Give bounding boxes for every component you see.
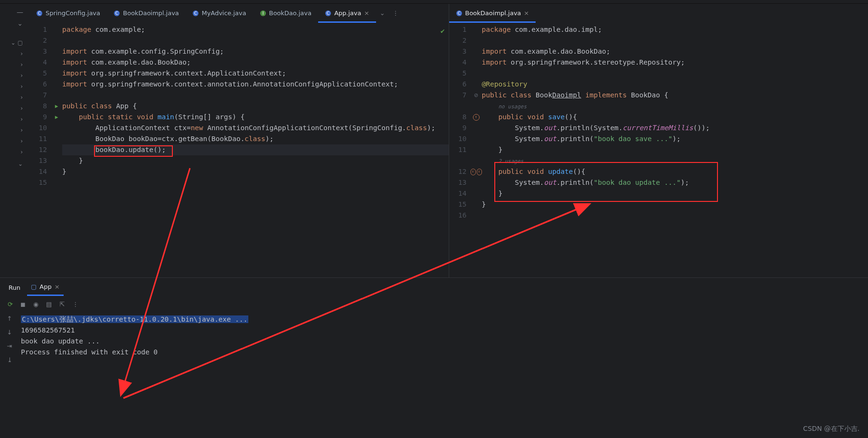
tab-bookdaoimpl[interactable]: CBookDaoimpl.java — [107, 4, 186, 23]
run-panel: Run ▢ App × ⟳ ◼ ◉ ▤ ⇱ ⋮ ↑ ↓ ⇥ ⤓ C:\Users… — [0, 277, 868, 438]
console-line: book dao update ... — [21, 336, 868, 347]
tree-node[interactable]: › — [20, 81, 23, 92]
tree-node[interactable]: › — [20, 103, 23, 114]
collapse-icon[interactable]: ⌄ — [15, 18, 25, 29]
run-gutter-icon[interactable]: ▶ — [55, 112, 58, 123]
editor-right: CBookDaoimpl.java× 123456789101112131415… — [449, 4, 868, 277]
tree-node[interactable]: › — [20, 124, 23, 135]
layout-icon[interactable]: ▤ — [46, 301, 52, 308]
tree-expand-icon[interactable]: ⌄ ▢ — [11, 37, 23, 48]
code-area-left[interactable]: 123456789101112131415 ▶ ▶ package com.ex… — [29, 23, 449, 277]
tree-node[interactable]: › — [20, 92, 23, 103]
svg-text:C: C — [194, 11, 197, 16]
tab-bar-left: CSpringConfig.java CBookDaoimpl.java CMy… — [29, 4, 449, 23]
tab-chevron-icon[interactable]: ⌄ — [376, 10, 389, 17]
inspection-ok-icon[interactable]: ✔ — [441, 26, 445, 37]
up-icon[interactable]: ↑ — [7, 315, 12, 322]
down-icon[interactable]: ↓ — [7, 329, 12, 336]
tab-myadvice[interactable]: CMyAdvice.java — [186, 4, 253, 23]
svg-text:C: C — [38, 11, 41, 16]
svg-text:C: C — [327, 11, 330, 16]
tab-more-icon[interactable]: ⋮ — [389, 10, 403, 17]
stop-icon[interactable]: ◼ — [20, 301, 26, 308]
close-icon[interactable]: × — [55, 283, 60, 290]
scroll-end-icon[interactable]: ⤓ — [7, 356, 12, 363]
tab-bookdaoimpl-right[interactable]: CBookDaoimpl.java× — [449, 4, 536, 23]
tree-node[interactable]: › — [20, 48, 23, 59]
code-lines[interactable]: package com.example.dao.impl; import com… — [482, 23, 868, 277]
console-line: C:\Users\张喆\.jdks\corretto-11.0.20.1\bin… — [21, 315, 248, 323]
camera-icon[interactable]: ◉ — [33, 301, 38, 308]
svg-text:I: I — [262, 11, 264, 16]
console-output[interactable]: C:\Users\张喆\.jdks\corretto-11.0.20.1\bin… — [19, 311, 868, 438]
console-line: Process finished with exit code 0 — [21, 347, 868, 358]
close-icon[interactable]: × — [364, 10, 369, 17]
tree-node[interactable]: › — [20, 59, 23, 70]
no-bean-icon[interactable]: ⊘ — [474, 90, 478, 101]
run-side-controls: ↑ ↓ ⇥ ⤓ — [0, 311, 19, 438]
tree-node[interactable]: › — [20, 70, 23, 81]
more-icon[interactable]: ⋮ — [72, 301, 78, 308]
watermark: CSDN @在下小吉. — [803, 425, 859, 433]
run-gutter-icon[interactable]: ▶ — [55, 101, 58, 112]
run-config-icon: ▢ — [31, 283, 37, 290]
run-toolbar: ⟳ ◼ ◉ ▤ ⇱ ⋮ — [0, 297, 868, 311]
tab-springconfig[interactable]: CSpringConfig.java — [29, 4, 107, 23]
line-numbers: 123456789101112131415 — [29, 23, 51, 277]
console-line: 1696582567521 — [21, 325, 868, 336]
export-icon[interactable]: ⇱ — [59, 301, 65, 308]
override-icon[interactable]: ↑ — [473, 114, 480, 121]
run-label: Run — [9, 284, 20, 291]
project-tool-gutter[interactable]: — ⌄ ⌄ ▢ › › › › › › › › › › ⌄ — [0, 4, 29, 277]
rerun-icon[interactable]: ⟳ — [8, 301, 13, 308]
svg-text:C: C — [457, 11, 460, 16]
tab-app[interactable]: CApp.java× — [318, 4, 376, 23]
run-tab-bar: Run ▢ App × — [0, 278, 868, 297]
tab-bar-right: CBookDaoimpl.java× — [449, 4, 868, 23]
svg-text:C: C — [115, 11, 118, 16]
run-tab-app[interactable]: ▢ App × — [27, 279, 64, 296]
tree-node[interactable]: › — [20, 135, 23, 146]
tree-node[interactable]: › — [20, 146, 23, 157]
override-icon[interactable]: ↑ — [477, 169, 482, 175]
tab-bookdao[interactable]: IBookDao.java — [253, 4, 318, 23]
tree-collapse-icon[interactable]: ⌄ — [18, 158, 23, 169]
override-icon[interactable]: ↑ — [471, 169, 476, 175]
code-area-right[interactable]: 12345678910111213141516 ⊘ ↑ ↑↑ package c… — [449, 23, 868, 277]
soft-wrap-icon[interactable]: ⇥ — [7, 343, 12, 350]
gutter-icons: ▶ ▶ — [51, 23, 62, 277]
code-lines[interactable]: package com.example; import com.example.… — [62, 23, 449, 277]
gutter-icons: ⊘ ↑ ↑↑ — [471, 23, 482, 277]
line-numbers: 12345678910111213141516 — [449, 23, 471, 277]
minimize-icon[interactable]: — — [15, 7, 25, 17]
tree-node[interactable]: › — [20, 114, 23, 124]
editor-left: CSpringConfig.java CBookDaoimpl.java CMy… — [29, 4, 449, 277]
close-icon[interactable]: × — [524, 10, 529, 17]
